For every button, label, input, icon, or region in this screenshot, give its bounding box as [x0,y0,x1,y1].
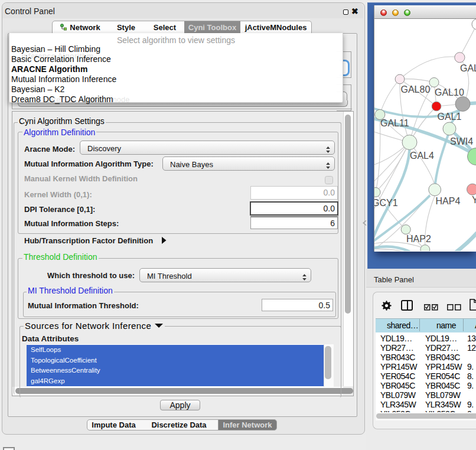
svg-text:GAL10: GAL10 [435,87,464,97]
svg-text:HAP2: HAP2 [406,234,431,244]
svg-text:GCY1: GCY1 [374,198,398,208]
svg-text:SWI4: SWI4 [450,136,473,146]
svg-text:GAL4: GAL4 [410,151,434,161]
svg-text:GAL80: GAL80 [401,84,431,94]
svg-text:GAL11: GAL11 [380,118,409,128]
svg-text:GAL1: GAL1 [438,112,462,122]
svg-text:Y: Y [472,195,476,205]
svg-text:GAL2: GAL2 [460,63,476,73]
svg-text:HAP4: HAP4 [436,196,461,206]
